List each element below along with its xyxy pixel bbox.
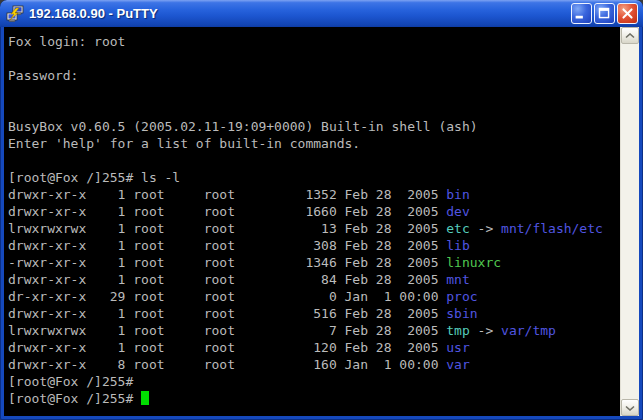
terminal-text-segment: dr-xr-xr-x 29 root root 0 Jan 1 00:00 <box>8 289 446 304</box>
terminal-line: drwxr-xr-x 1 root root 516 Feb 28 2005 s… <box>8 305 620 322</box>
terminal-text-segment: mnt <box>446 272 469 287</box>
terminal-text-segment: drwxr-xr-x 1 root root 516 Feb 28 2005 <box>8 306 446 321</box>
terminal-text-segment: sbin <box>446 306 477 321</box>
chevron-down-icon <box>625 405 635 411</box>
terminal-line: BusyBox v0.60.5 (2005.02.11-19:09+0000) … <box>8 118 620 135</box>
terminal-text-segment: drwxr-xr-x 1 root root 1660 Feb 28 2005 <box>8 204 446 219</box>
terminal-line: drwxr-xr-x 1 root root 1352 Feb 28 2005 … <box>8 186 620 203</box>
terminal-line: drwxr-xr-x 8 root root 160 Jan 1 00:00 v… <box>8 356 620 373</box>
terminal-text-segment: bin <box>446 187 469 202</box>
terminal-text-segment: usr <box>446 340 469 355</box>
terminal-line <box>8 152 620 169</box>
terminal-text-segment: drwxr-xr-x 1 root root 120 Feb 28 2005 <box>8 340 446 355</box>
terminal-line: dr-xr-xr-x 29 root root 0 Jan 1 00:00 pr… <box>8 288 620 305</box>
minimize-button[interactable] <box>571 3 592 24</box>
terminal-text-segment: -> <box>470 221 501 236</box>
chevron-up-icon <box>625 33 635 39</box>
terminal-line <box>8 101 620 118</box>
terminal-text-segment: Enter 'help' for a list of built-in comm… <box>8 136 360 151</box>
scrollbar[interactable] <box>620 27 639 416</box>
putty-app-icon[interactable] <box>6 5 24 23</box>
maximize-button[interactable] <box>594 3 615 24</box>
terminal-cursor <box>141 391 149 405</box>
terminal-text-segment: etc <box>446 221 469 236</box>
terminal-text-segment: -> <box>470 323 501 338</box>
terminal-text-segment: [root@Fox /]255# <box>8 374 133 389</box>
minimize-icon <box>572 3 591 24</box>
terminal-line: drwxr-xr-x 1 root root 308 Feb 28 2005 l… <box>8 237 620 254</box>
putty-window: 192.168.0.90 - PuTTY Fox login: rootPas <box>0 0 643 420</box>
terminal-text-segment: lrwxrwxrwx 1 root root 7 Feb 28 2005 <box>8 323 446 338</box>
terminal-text-segment: tmp <box>446 323 469 338</box>
terminal-text-segment: proc <box>446 289 477 304</box>
titlebar[interactable]: 192.168.0.90 - PuTTY <box>0 0 643 27</box>
close-icon <box>618 3 637 24</box>
terminal-line <box>8 84 620 101</box>
terminal-text-segment: -rwxr-xr-x 1 root root 1346 Feb 28 2005 <box>8 255 446 270</box>
maximize-icon <box>595 3 614 24</box>
terminal-screen[interactable]: Fox login: rootPassword:BusyBox v0.60.5 … <box>4 27 620 416</box>
terminal-text-segment: drwxr-xr-x 1 root root 1352 Feb 28 2005 <box>8 187 446 202</box>
terminal-line: Password: <box>8 67 620 84</box>
terminal-text-segment: Fox login: root <box>8 34 125 49</box>
terminal-line: -rwxr-xr-x 1 root root 1346 Feb 28 2005 … <box>8 254 620 271</box>
terminal-line: drwxr-xr-x 1 root root 1660 Feb 28 2005 … <box>8 203 620 220</box>
scrollbar-down-button[interactable] <box>621 399 639 416</box>
close-button[interactable] <box>617 3 638 24</box>
terminal-text-segment: var <box>446 357 469 372</box>
terminal-text-segment: [root@Fox /]255# ls -l <box>8 170 180 185</box>
terminal-line: Enter 'help' for a list of built-in comm… <box>8 135 620 152</box>
scrollbar-track[interactable] <box>621 44 639 399</box>
terminal-text-segment: Password: <box>8 68 78 83</box>
terminal-line <box>8 50 620 67</box>
terminal-text-segment: dev <box>446 204 469 219</box>
terminal-line: [root@Fox /]255# <box>8 390 620 407</box>
terminal-text-segment: BusyBox v0.60.5 (2005.02.11-19:09+0000) … <box>8 119 478 134</box>
terminal-line: drwxr-xr-x 1 root root 120 Feb 28 2005 u… <box>8 339 620 356</box>
client-area: Fox login: rootPassword:BusyBox v0.60.5 … <box>4 27 639 416</box>
terminal-line: Fox login: root <box>8 33 620 50</box>
terminal-text-segment: drwxr-xr-x 8 root root 160 Jan 1 00:00 <box>8 357 446 372</box>
terminal-line: lrwxrwxrwx 1 root root 7 Feb 28 2005 tmp… <box>8 322 620 339</box>
terminal-line: [root@Fox /]255# ls -l <box>8 169 620 186</box>
terminal-text-segment: drwxr-xr-x 1 root root 308 Feb 28 2005 <box>8 238 446 253</box>
terminal-text-segment: [root@Fox /]255# <box>8 391 141 406</box>
terminal-text-segment: mnt/flash/etc <box>501 221 603 236</box>
terminal-line: [root@Fox /]255# <box>8 373 620 390</box>
window-controls <box>571 3 638 24</box>
terminal-text-segment: lib <box>446 238 469 253</box>
scrollbar-up-button[interactable] <box>621 27 639 44</box>
terminal-line: lrwxrwxrwx 1 root root 13 Feb 28 2005 et… <box>8 220 620 237</box>
terminal-text-segment: var/tmp <box>501 323 556 338</box>
terminal-text-segment: drwxr-xr-x 1 root root 84 Feb 28 2005 <box>8 272 446 287</box>
terminal-line: drwxr-xr-x 1 root root 84 Feb 28 2005 mn… <box>8 271 620 288</box>
terminal-text-segment: lrwxrwxrwx 1 root root 13 Feb 28 2005 <box>8 221 446 236</box>
terminal-text-segment: linuxrc <box>446 255 501 270</box>
window-title: 192.168.0.90 - PuTTY <box>29 6 571 21</box>
